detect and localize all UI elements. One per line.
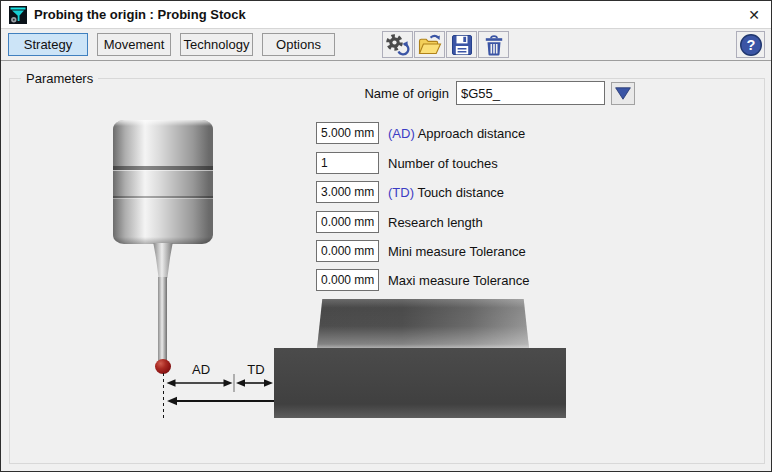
open-folder-icon bbox=[417, 33, 442, 57]
toolbar: Strategy Movement Technology Options bbox=[1, 29, 771, 61]
probe-ruby-tip bbox=[155, 359, 171, 374]
open-button[interactable] bbox=[414, 31, 445, 58]
ad-dimension-label: AD bbox=[184, 362, 218, 377]
stock-base-illustration bbox=[274, 348, 566, 418]
mini-measure-tolerance-input[interactable] bbox=[316, 240, 379, 262]
probe-stylus-shaft bbox=[158, 277, 167, 361]
svg-text:?: ? bbox=[746, 37, 755, 53]
close-button[interactable]: ✕ bbox=[737, 1, 771, 28]
tab-technology[interactable]: Technology bbox=[180, 33, 253, 56]
td-dimension-label: TD bbox=[239, 362, 273, 377]
mini-measure-tolerance-label: Mini measure Tolerance bbox=[388, 244, 526, 259]
maxi-measure-tolerance-label: Maxi measure Tolerance bbox=[388, 273, 529, 288]
window-title: Probing the origin : Probing Stock bbox=[34, 7, 246, 22]
probe-body-seam bbox=[113, 196, 213, 198]
research-length-input[interactable] bbox=[316, 211, 379, 233]
probe-body-illustration bbox=[113, 120, 213, 244]
help-icon: ? bbox=[739, 33, 763, 57]
compute-settings-button[interactable] bbox=[382, 31, 413, 58]
help-button[interactable]: ? bbox=[736, 31, 765, 58]
gear-refresh-icon bbox=[385, 33, 410, 57]
approach-distance-row: (AD) Approach distance bbox=[316, 122, 525, 144]
touch-distance-row: (TD) Touch distance bbox=[316, 181, 504, 203]
probing-dialog: Probing the origin : Probing Stock ✕ Str… bbox=[0, 0, 772, 472]
origin-dropdown-button[interactable] bbox=[611, 82, 635, 105]
mini-measure-tolerance-row: Mini measure Tolerance bbox=[316, 240, 526, 262]
save-icon bbox=[450, 33, 474, 57]
tab-movement[interactable]: Movement bbox=[97, 33, 171, 56]
approach-distance-input[interactable] bbox=[316, 122, 379, 144]
trash-icon bbox=[482, 33, 506, 57]
name-of-origin-label: Name of origin bbox=[321, 86, 449, 101]
number-of-touches-label: Number of touches bbox=[388, 156, 498, 171]
approach-distance-label: (AD) Approach distance bbox=[388, 126, 525, 141]
probe-body-groove bbox=[113, 166, 213, 170]
touch-distance-label: (TD) Touch distance bbox=[388, 185, 504, 200]
stock-boss-illustration bbox=[317, 299, 529, 348]
save-button[interactable] bbox=[446, 31, 477, 58]
tab-strategy[interactable]: Strategy bbox=[8, 33, 88, 56]
number-of-touches-row: Number of touches bbox=[316, 152, 498, 174]
touch-distance-input[interactable] bbox=[316, 181, 379, 203]
app-probe-icon bbox=[9, 6, 27, 24]
tab-options[interactable]: Options bbox=[262, 33, 335, 56]
parameters-legend: Parameters bbox=[21, 71, 98, 86]
delete-button[interactable] bbox=[478, 31, 509, 58]
number-of-touches-input[interactable] bbox=[316, 152, 379, 174]
name-of-origin-input[interactable] bbox=[456, 81, 605, 105]
toolbar-spacer bbox=[344, 44, 382, 45]
research-length-row: Research length bbox=[316, 211, 483, 233]
research-length-label: Research length bbox=[388, 215, 483, 230]
dropdown-triangle-icon bbox=[614, 85, 632, 102]
maxi-measure-tolerance-input[interactable] bbox=[316, 269, 379, 291]
title-bar: Probing the origin : Probing Stock ✕ bbox=[1, 1, 771, 29]
maxi-measure-tolerance-row: Maxi measure Tolerance bbox=[316, 269, 529, 291]
